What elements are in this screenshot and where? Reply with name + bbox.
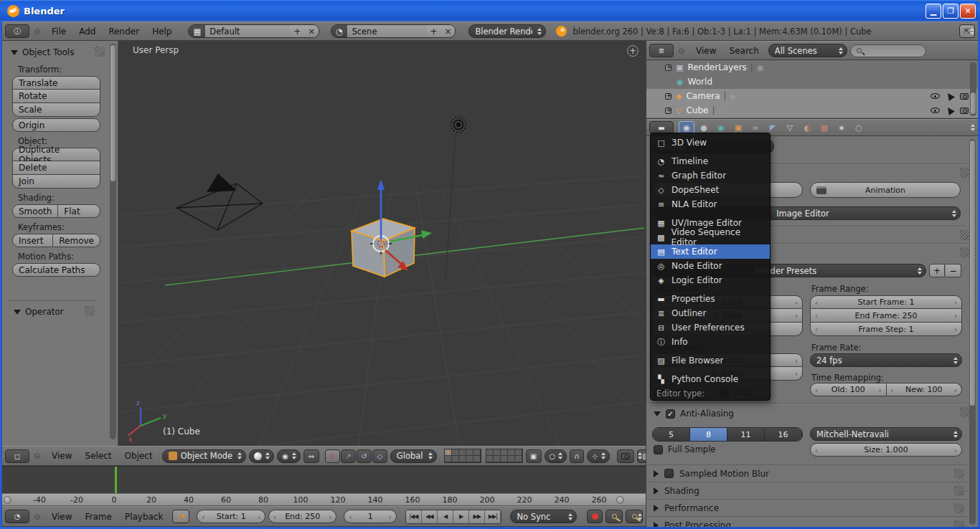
frame-step-field[interactable]: ‹Frame Step: 1› [810, 323, 962, 336]
panel-header-post-processing[interactable]: Post Processing [646, 516, 967, 527]
menu-view[interactable]: View [45, 512, 78, 522]
menu-render[interactable]: Render [102, 27, 146, 37]
panel-header-performance[interactable]: Performance [646, 499, 967, 516]
panel-resize-grip[interactable] [85, 306, 95, 316]
layers-group-2[interactable] [486, 449, 523, 463]
snap-magnet-icon[interactable]: ∩ [570, 449, 584, 463]
layer-cell[interactable] [501, 456, 508, 462]
selectability-cursor-icon[interactable] [945, 105, 955, 115]
end-frame-field[interactable]: ‹ End: 250 › [268, 510, 336, 523]
layers-group-1[interactable] [444, 449, 481, 463]
screen-layout-browse-icon[interactable]: ▦ [189, 25, 205, 37]
editor-menu-item-3d-view[interactable]: □3D View [651, 135, 770, 150]
panel-resize-grip[interactable] [954, 469, 964, 479]
expand-icon[interactable] [665, 93, 672, 100]
panel-resize-grip[interactable] [954, 486, 964, 496]
tool-shelf-scrollbar[interactable] [110, 44, 116, 439]
visibility-eye-icon[interactable] [930, 108, 940, 113]
scene-name[interactable]: Scene [347, 25, 426, 37]
opengl-render-icon[interactable] [617, 449, 634, 463]
anti-aliasing-panel-header[interactable]: ✓ Anti-Aliasing [654, 409, 734, 419]
editor-menu-item-python-console[interactable]: ▚Python Console [651, 372, 770, 386]
editor-type-button-info[interactable]: ⓘ [5, 24, 29, 38]
close-button[interactable]: ✕ [960, 4, 976, 19]
properties-tab-physics[interactable]: ○ [851, 121, 867, 135]
panel-resize-grip[interactable] [960, 407, 970, 417]
outliner-item-label[interactable]: Cube [686, 105, 708, 115]
minimize-button[interactable]: ▁ [925, 4, 941, 19]
menu-view[interactable]: View [45, 451, 78, 461]
panel-expand-icon[interactable] [654, 487, 659, 495]
add-preset-button[interactable]: + [929, 264, 945, 277]
editor-menu-item-timeline[interactable]: ◔Timeline [651, 154, 770, 168]
remap-old-field[interactable]: ‹Old: 100› [810, 383, 887, 396]
tool-button-origin[interactable]: Origin [12, 118, 100, 132]
panel-resize-grip[interactable] [954, 520, 964, 527]
visibility-eye-icon[interactable] [930, 93, 940, 99]
collapse-menus-icon[interactable]: ⊖ [678, 46, 685, 56]
editor-menu-item-file-browser[interactable]: ▨File Browser [651, 353, 770, 368]
outliner-row-camera[interactable]: ◆Camera|◆ [646, 89, 978, 103]
tool-button-flat[interactable]: Flat [58, 204, 100, 218]
aa-samples-5-button[interactable]: 5 [653, 428, 690, 441]
layer-cell[interactable] [494, 456, 501, 462]
editor-menu-item-node-editor[interactable]: ◎Node Editor [651, 259, 770, 273]
transform-orientation-dropdown[interactable]: Global [390, 449, 437, 463]
renderability-camera-icon[interactable] [960, 108, 969, 114]
outliner-display-dropdown[interactable]: All Scenes [768, 44, 847, 57]
panel-resize-grip[interactable] [95, 47, 105, 57]
layer-cell[interactable] [486, 449, 494, 456]
outliner-row-world[interactable]: ◉World [646, 75, 978, 89]
selectability-cursor-icon[interactable] [945, 91, 955, 101]
timeline-ruler[interactable]: -40-200204060801001201401601802002202402… [2, 493, 646, 506]
tool-button-calculate-paths[interactable]: Calculate Paths [12, 263, 100, 277]
editor-menu-item-graph-editor[interactable]: ≈Graph Editor [651, 168, 770, 183]
pb-prev-key-button[interactable]: ◀◀ [422, 510, 438, 523]
end-frame-field[interactable]: ‹End Frame: 250› [810, 309, 962, 323]
remove-preset-button[interactable]: − [946, 264, 961, 277]
panel-resize-grip[interactable] [954, 503, 964, 513]
menu-search[interactable]: Search [723, 46, 765, 56]
properties-tab-particles[interactable]: ∗ [834, 121, 849, 135]
pb-to-end-button[interactable]: ▶▶| [485, 510, 501, 523]
outliner-search-input[interactable] [850, 44, 926, 57]
layer-cell[interactable] [466, 456, 473, 462]
panel-collapse-icon[interactable] [14, 310, 21, 315]
layer-cell[interactable] [445, 456, 452, 462]
timeline-scroll-cap-left[interactable] [4, 496, 11, 504]
delete-scene-button[interactable]: × [440, 25, 455, 37]
layer-cell[interactable] [459, 456, 466, 462]
layer-cell[interactable] [508, 456, 515, 462]
layer-cell[interactable] [452, 456, 459, 462]
scene-browse-icon[interactable]: ◔ [331, 25, 347, 37]
aa-filter-dropdown[interactable]: Mitchell-Netravali [810, 427, 962, 441]
tool-button-insert[interactable]: Insert [12, 234, 53, 247]
tool-button-remove[interactable]: Remove [53, 234, 100, 247]
editor-menu-item-properties[interactable]: ▬Properties [651, 292, 770, 306]
editor-type-button-outliner[interactable]: ≣ [649, 44, 674, 57]
current-frame-field[interactable]: ‹ 1 › [344, 510, 396, 523]
menu-playback[interactable]: Playback [118, 512, 170, 522]
add-scene-button[interactable]: + [426, 25, 440, 37]
pb-next-key-button[interactable]: ▶▶ [469, 510, 485, 523]
tool-button-scale[interactable]: Scale [12, 103, 100, 117]
tool-button-delete[interactable]: Delete [12, 161, 100, 175]
panel-collapse-icon[interactable] [654, 411, 661, 416]
pivot-point-dropdown[interactable]: ◉ [277, 449, 301, 463]
keying-set-icon[interactable] [606, 510, 623, 523]
layer-cell[interactable] [473, 449, 481, 456]
snap-element-dropdown[interactable]: ⊹ [587, 449, 609, 463]
menu-add[interactable]: Add [72, 27, 102, 37]
layer-cell[interactable] [459, 449, 466, 456]
outliner-scrollbar[interactable] [970, 62, 976, 116]
mode-dropdown[interactable]: Object Mode [162, 449, 246, 463]
editor-type-button-timeline[interactable]: ◔ [5, 510, 29, 523]
tool-button-duplicate-objects[interactable]: Duplicate Objects [12, 148, 100, 161]
maximize-button[interactable]: ❐ [943, 4, 958, 19]
properties-tab-texture[interactable]: ▦ [816, 121, 832, 135]
aa-samples-8-button[interactable]: 8 [690, 428, 727, 441]
pivot-align-toggle[interactable]: ⇔ [303, 449, 319, 463]
panel-header-sampled-motion-blur[interactable]: Sampled Motion Blur [646, 464, 967, 482]
editor-menu-item-user-preferences[interactable]: ⊟User Preferences [651, 320, 770, 335]
layer-cell[interactable] [515, 449, 522, 456]
